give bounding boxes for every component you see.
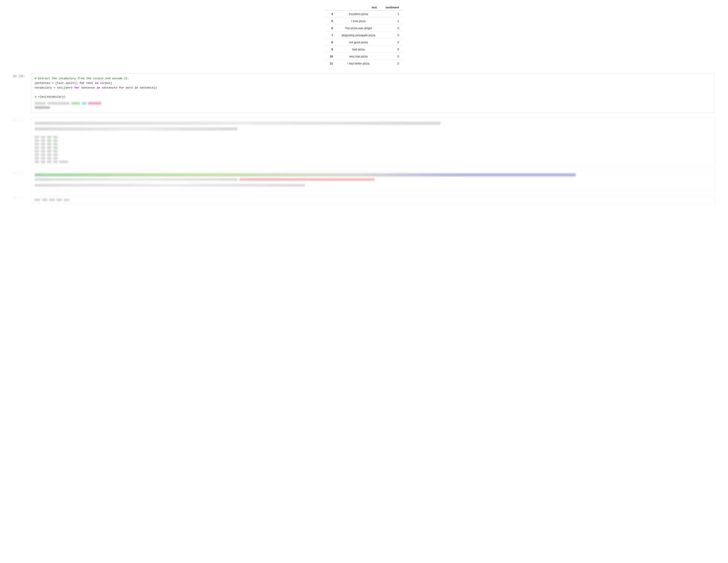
table-row: 9bad pizza0 (325, 46, 403, 53)
row-text-10: very bad pizza (336, 53, 380, 60)
row-text-9: bad pizza (336, 46, 380, 53)
table-row: 5I love pizza1 (325, 18, 403, 25)
row-sentiment-9: 0 (380, 46, 403, 53)
table-row: 4Excellent pizza1 (325, 11, 403, 18)
cell-content-5-blurred (31, 195, 715, 204)
data-table-container: text sentiment 4Excellent pizza15I love … (13, 4, 715, 67)
index-col-header (325, 4, 336, 11)
row-index-5: 5 (325, 18, 336, 25)
cell-content-blurred (31, 117, 715, 166)
row-text-7: disgusting pineapple pizza (336, 32, 380, 39)
row-index-7: 7 (325, 32, 336, 39)
blurred-code-4 (35, 173, 711, 186)
table-row: 11I had better pizza0 (325, 60, 403, 67)
row-sentiment-4: 1 (380, 11, 403, 18)
row-text-5: I love pizza (336, 18, 380, 25)
cell-label-4-blurred: In [ ]: (13, 170, 31, 174)
blurred-matrix (35, 122, 711, 163)
table-row: 6The pizza was alright0 (325, 25, 403, 32)
table-row: 10very bad pizza0 (325, 53, 403, 60)
row-index-6: 6 (325, 25, 336, 32)
table-row: 7disgusting pineapple pizza0 (325, 32, 403, 39)
row-index-9: 9 (325, 46, 336, 53)
row-text-4: Excellent pizza (336, 11, 380, 18)
row-text-6: The pizza was alright (336, 25, 380, 32)
row-sentiment-7: 0 (380, 32, 403, 39)
data-table: text sentiment 4Excellent pizza15I love … (325, 4, 403, 67)
cell-label-5-blurred: In [ ]: (13, 195, 31, 199)
row-index-8: 8 (325, 39, 336, 46)
cell-content-3[interactable]: # Extract the vocabulary from the corpus… (31, 73, 715, 113)
row-sentiment-11: 0 (380, 60, 403, 67)
cell-content-4-blurred (31, 170, 715, 191)
row-sentiment-10: 0 (380, 53, 403, 60)
row-sentiment-5: 1 (380, 18, 403, 25)
row-text-11: I had better pizza (336, 60, 380, 67)
row-index-11: 11 (325, 60, 336, 67)
blurred-matrix-5 (35, 198, 711, 201)
table-body: 4Excellent pizza15I love pizza16The pizz… (325, 11, 403, 67)
table-header-row: text sentiment (325, 4, 403, 11)
row-sentiment-8: 0 (380, 39, 403, 46)
cell-label-3: In [3]: (13, 73, 31, 78)
code-block-3: # Extract the vocabulary from the corpus… (35, 76, 711, 99)
row-index-4: 4 (325, 11, 336, 18)
sentiment-col-header: sentiment (380, 4, 403, 11)
blurred-output-3 (35, 102, 711, 110)
row-index-10: 10 (325, 53, 336, 60)
cell-label-blurred: In [ ]: (13, 117, 31, 121)
text-col-header: text (336, 4, 380, 11)
table-row: 8not good pizza0 (325, 39, 403, 46)
jupyter-cell-output-blurred: In [ ]: (13, 117, 715, 166)
row-text-8: not good pizza (336, 39, 380, 46)
jupyter-cell-5-blurred: In [ ]: (13, 195, 715, 204)
jupyter-cell-4-blurred: In [ ]: (13, 170, 715, 191)
row-sentiment-6: 0 (380, 25, 403, 32)
jupyter-cell-3: In [3]: # Extract the vocabulary from th… (13, 73, 715, 113)
